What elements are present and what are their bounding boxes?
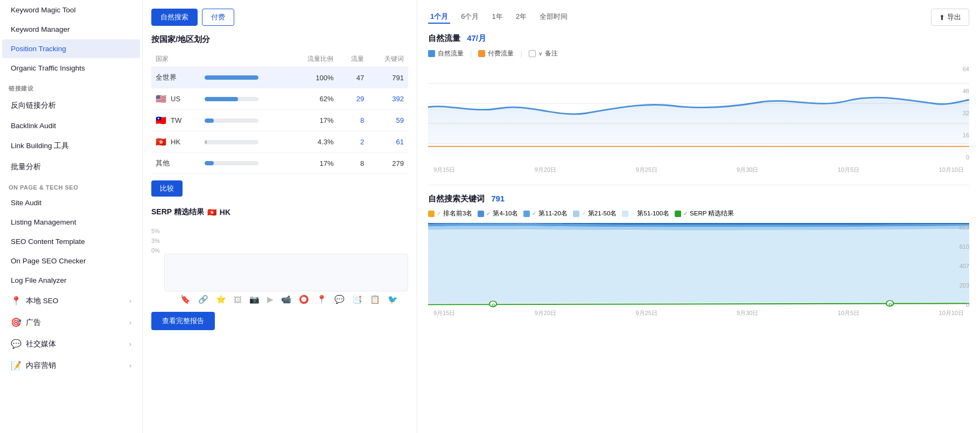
local-seo-chevron: › — [129, 297, 131, 305]
x-labels-keywords: 9月15日9月20日9月25日9月30日10月5日10月10日 — [428, 309, 969, 317]
kw-legend-第4-10名: ✓第4-10名 — [478, 209, 518, 218]
keyword-section-title: 自然搜索关键词 791 — [428, 194, 969, 204]
time-btn-1个月[interactable]: 1个月 — [428, 11, 450, 24]
doc-icon: 📑 — [352, 295, 362, 304]
bulk-analysis-label: 批量分析 — [11, 162, 41, 172]
table-row: 全世界100%47791 — [151, 67, 408, 88]
clipboard-icon: 📋 — [370, 295, 380, 304]
social-media-icon: 💬 — [11, 339, 22, 349]
on-page-seo-label: On Page SEO Checker — [11, 257, 86, 265]
legend-color-自然流量 — [428, 50, 435, 57]
sidebar-item-content-marketing[interactable]: 📝内容营销› — [2, 355, 140, 376]
sidebar-item-keyword-magic[interactable]: Keyword Magic Tool — [2, 1, 140, 19]
sidebar-item-social-media[interactable]: 💬社交媒体› — [2, 333, 140, 354]
time-btn-2年[interactable]: 2年 — [514, 11, 529, 24]
kw-dot-排名前3名 — [428, 211, 435, 217]
left-panel: 自然搜索付费 按国家/地区划分 国家流量比例流量关键词全世界100%47791🇺… — [143, 0, 417, 433]
svg-text:G: G — [492, 303, 496, 308]
left-section-title: 按国家/地区划分 — [151, 34, 408, 45]
serp-chart — [164, 254, 408, 291]
tab-付费[interactable]: 付费 — [202, 9, 234, 26]
kw-legend-SERP 精选结果: ✓SERP 精选结果 — [675, 209, 734, 218]
kw-dot-第11-20名 — [523, 211, 530, 217]
sidebar-item-site-audit[interactable]: Site Audit — [2, 193, 140, 212]
legend-付费流量: 付费流量 — [478, 49, 514, 58]
time-btn-1年[interactable]: 1年 — [489, 11, 505, 24]
sidebar-item-bulk-analysis[interactable]: 批量分析 — [2, 157, 140, 177]
social-media-label: 社交媒体 — [26, 339, 56, 349]
organic-traffic-title: 自然流量 47/月 — [428, 33, 969, 44]
sidebar-item-organic-traffic[interactable]: Organic Traffic Insights — [2, 59, 140, 78]
kw-dot-SERP 精选结果 — [675, 211, 681, 217]
table-row: 🇹🇼TW17%859 — [151, 110, 408, 131]
log-file-label: Log File Analyzer — [11, 276, 67, 284]
sidebar: Keyword Magic ToolKeyword ManagerPositio… — [0, 0, 143, 433]
time-buttons: 1个月6个月1年2年全部时间 — [428, 11, 570, 24]
backlink-analysis-label: 反向链接分析 — [11, 101, 56, 110]
time-filter-row: 1个月6个月1年2年全部时间 ⬆ 导出 — [428, 9, 969, 26]
keyword-chart-svg: G G — [428, 223, 969, 309]
table-row: 🇭🇰HK4.3%261 — [151, 131, 408, 153]
keyword-legend: ✓排名前3名✓第4-10名✓第11-20名✓第21-50名✓第51-100名✓S… — [428, 209, 969, 218]
time-btn-全部时间[interactable]: 全部时间 — [537, 11, 570, 24]
chat-icon: 💬 — [334, 295, 345, 304]
sidebar-item-local-seo[interactable]: 📍本地 SEO› — [2, 290, 140, 311]
backlink-audit-label: Backlink Audit — [11, 122, 56, 130]
star-icon: ⭐ — [216, 295, 226, 304]
compare-button[interactable]: 比较 — [151, 180, 183, 197]
full-report-button[interactable]: 查看完整报告 — [151, 312, 215, 330]
link-icon: 🔗 — [198, 295, 208, 304]
legend-note-icon — [529, 50, 536, 57]
ads-label: 广告 — [26, 318, 41, 327]
svg-text:G: G — [888, 302, 893, 307]
sidebar-item-ads[interactable]: 🎯广告› — [2, 312, 140, 333]
traffic-chart-svg — [428, 65, 969, 162]
sidebar-item-backlink-analysis[interactable]: 反向链接分析 — [2, 95, 140, 116]
organic-traffic-chart: 64 48 32 16 0 — [428, 65, 969, 162]
site-audit-label: Site Audit — [11, 199, 41, 207]
x-labels-traffic: 9月15日9月20日9月25日9月30日10月5日10月10日 — [428, 166, 969, 174]
ads-icon: 🎯 — [11, 317, 22, 327]
keyword-chart: G G 813 610 407 203 0 — [428, 223, 969, 309]
social-media-chevron: › — [129, 340, 131, 348]
content-marketing-icon: 📝 — [11, 360, 22, 371]
sidebar-item-link-building[interactable]: Link Building 工具 — [2, 136, 140, 156]
local-seo-label: 本地 SEO — [26, 296, 58, 306]
sidebar-item-keyword-manager[interactable]: Keyword Manager — [2, 20, 140, 39]
sidebar-section-链接建设: 链接建设 — [0, 78, 142, 95]
image-icon: 🖼 — [234, 295, 242, 304]
country-table: 国家流量比例流量关键词全世界100%47791🇺🇸US62%29392🇹🇼TW1… — [151, 51, 408, 174]
kw-legend-第11-20名: ✓第11-20名 — [523, 209, 567, 218]
sidebar-section-ON PAGE & TECH SEO: ON PAGE & TECH SEO — [0, 178, 142, 193]
sidebar-item-log-file[interactable]: Log File Analyzer — [2, 271, 140, 290]
legend-备注: ∨备注 — [529, 49, 558, 58]
tab-group: 自然搜索付费 — [151, 9, 408, 26]
serp-section: SERP 精选结果 🇭🇰 HK 5% 3% 0% 🔖 🔗 ⭐ 🖼 📷 ▶ — [151, 207, 408, 330]
sidebar-item-backlink-audit[interactable]: Backlink Audit — [2, 116, 140, 135]
traffic-legend: 自然流量|付费流量|∨备注 — [428, 49, 969, 58]
link-building-label: Link Building 工具 — [11, 141, 69, 151]
content-marketing-chevron: › — [129, 362, 131, 369]
play-icon: ▶ — [267, 295, 274, 304]
table-row: 其他17%8279 — [151, 153, 408, 174]
kw-dot-第4-10名 — [478, 211, 484, 217]
tab-自然搜索[interactable]: 自然搜索 — [151, 9, 198, 26]
main-content: 自然搜索付费 按国家/地区划分 国家流量比例流量关键词全世界100%47791🇺… — [143, 0, 980, 433]
ads-chevron: › — [129, 319, 131, 326]
sidebar-item-position-tracking[interactable]: Position Tracking — [2, 39, 140, 58]
camera-icon: 📷 — [249, 295, 260, 304]
bookmark-icon: 🔖 — [180, 295, 191, 304]
video-icon: 📹 — [281, 295, 291, 304]
kw-dot-第21-50名 — [573, 211, 579, 217]
upload-icon: ⬆ — [939, 13, 945, 22]
export-button[interactable]: ⬆ 导出 — [931, 9, 969, 26]
sidebar-item-on-page-seo[interactable]: On Page SEO Checker — [2, 252, 140, 270]
kw-legend-第51-100名: ✓第51-100名 — [622, 209, 669, 218]
kw-legend-排名前3名: ✓排名前3名 — [428, 209, 472, 218]
time-btn-6个月[interactable]: 6个月 — [459, 11, 481, 24]
kw-legend-第21-50名: ✓第21-50名 — [573, 209, 617, 218]
sidebar-item-listing-mgmt[interactable]: Listing Management — [2, 213, 140, 232]
sidebar-item-seo-content-template[interactable]: SEO Content Template — [2, 232, 140, 251]
kw-dot-第51-100名 — [622, 211, 628, 217]
legend-自然流量: 自然流量 — [428, 49, 464, 58]
